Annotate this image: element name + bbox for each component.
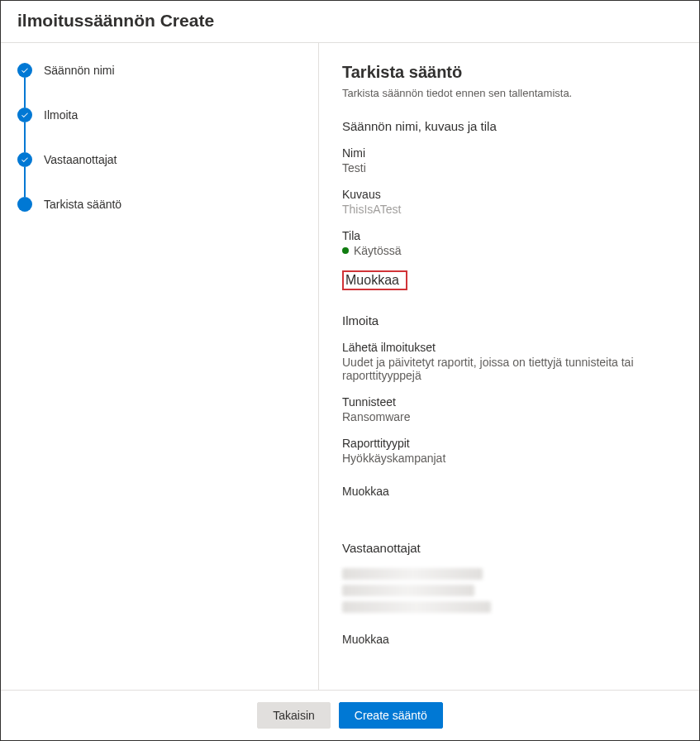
dialog-footer: Takaisin Create sääntö	[1, 690, 699, 740]
back-button[interactable]: Takaisin	[257, 702, 331, 729]
step-label: Ilmoita	[44, 108, 78, 122]
send-label: Lähetä ilmoitukset	[342, 341, 676, 354]
section-heading-notify: Ilmoita	[342, 313, 676, 327]
checkmark-icon	[17, 108, 32, 122]
recipient-redacted	[342, 601, 491, 613]
field-name: Nimi Testi	[342, 146, 676, 174]
field-status: Tila Käytössä	[342, 229, 676, 257]
main-panel: Tarkista sääntö Tarkista säännön tiedot …	[319, 43, 699, 690]
types-value: Hyökkäyskampanjat	[342, 452, 676, 465]
step-name[interactable]: Säännön nimi	[17, 63, 302, 108]
step-notify[interactable]: Ilmoita	[17, 108, 302, 152]
checkmark-icon	[17, 152, 32, 167]
name-value: Testi	[342, 161, 676, 174]
steps-sidebar: Säännön nimi Ilmoita Vastaanottajat Tark	[1, 43, 319, 690]
step-connector	[24, 78, 26, 108]
page-title: Tarkista sääntö	[342, 63, 676, 82]
field-send-notifications: Lähetä ilmoitukset Uudet ja päivitetyt r…	[342, 341, 676, 382]
step-label: Säännön nimi	[44, 63, 115, 78]
page-subtitle: Tarkista säännön tiedot ennen sen tallen…	[342, 87, 676, 99]
step-label: Vastaanottajat	[44, 152, 117, 167]
status-row: Käytössä	[342, 244, 676, 257]
field-report-types: Raporttityypit Hyökkäyskampanjat	[342, 437, 676, 465]
edit-link-recipients-section[interactable]: Muokkaa	[342, 633, 389, 646]
name-label: Nimi	[342, 146, 676, 160]
status-value: Käytössä	[354, 244, 402, 257]
recipient-redacted	[342, 568, 483, 580]
edit-link-notify-section[interactable]: Muokkaa	[342, 485, 389, 498]
steps-list: Säännön nimi Ilmoita Vastaanottajat Tark	[17, 63, 302, 212]
field-tags: Tunnisteet Ransomware	[342, 395, 676, 423]
recipients-list	[342, 568, 676, 613]
status-dot-icon	[342, 247, 349, 254]
field-description: Kuvaus ThisIsATest	[342, 188, 676, 216]
description-value: ThisIsATest	[342, 203, 676, 216]
edit-link-label: Muokkaa	[345, 273, 399, 287]
step-recipients[interactable]: Vastaanottajat	[17, 152, 302, 197]
tags-value: Ransomware	[342, 410, 676, 423]
edit-link-name-section[interactable]: Muokkaa	[342, 270, 407, 290]
dialog-header: ilmoitussäännön Create	[1, 1, 699, 43]
checkmark-icon	[17, 63, 32, 78]
description-label: Kuvaus	[342, 188, 676, 201]
send-value: Uudet ja päivitetyt raportit, joissa on …	[342, 356, 676, 382]
dialog-content: Säännön nimi Ilmoita Vastaanottajat Tark	[1, 43, 699, 690]
recipient-redacted	[342, 585, 474, 596]
step-label: Tarkista sääntö	[44, 197, 121, 212]
create-rule-button[interactable]: Create sääntö	[339, 702, 443, 729]
section-heading-name: Säännön nimi, kuvaus ja tila	[342, 119, 676, 133]
status-label: Tila	[342, 229, 676, 242]
step-review[interactable]: Tarkista sääntö	[17, 197, 302, 212]
section-heading-recipients: Vastaanottajat	[342, 541, 676, 555]
step-connector	[24, 167, 26, 197]
dialog-title: ilmoitussäännön Create	[17, 11, 683, 31]
tags-label: Tunnisteet	[342, 395, 676, 409]
types-label: Raporttityypit	[342, 437, 676, 450]
current-step-icon	[17, 197, 32, 212]
step-connector	[24, 122, 26, 152]
